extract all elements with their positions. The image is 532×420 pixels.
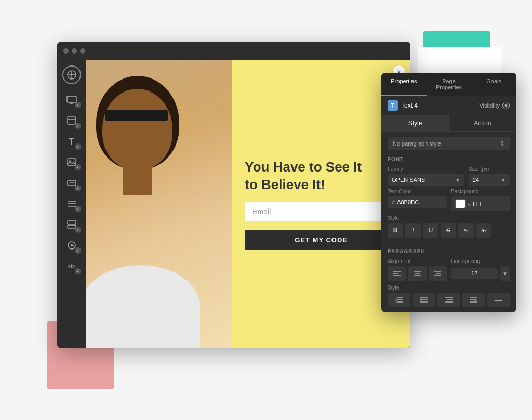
editor-window: + + T + + + + bbox=[57, 42, 410, 348]
badge-image: + bbox=[75, 164, 81, 170]
align-left-button[interactable] bbox=[388, 266, 406, 281]
visibility-button[interactable]: Visibility bbox=[479, 102, 510, 109]
eye-icon bbox=[502, 102, 510, 109]
editor-sidebar: + + T + + + + bbox=[57, 60, 86, 348]
text-color-hash: # bbox=[392, 199, 395, 205]
text-color-label: Text Color bbox=[388, 189, 447, 194]
paragraph-alignment-row: Alignment Line spacing 12 bbox=[388, 258, 510, 281]
alignment-label: Alignment bbox=[388, 258, 447, 264]
title-dot-1 bbox=[63, 48, 69, 54]
text-color-col: Text Color # A8B0BC bbox=[388, 189, 447, 211]
sidebar-item-layout[interactable]: + bbox=[61, 111, 82, 130]
email-input-display: Email bbox=[245, 202, 397, 221]
text-color-value: A8B0BC bbox=[397, 199, 419, 205]
title-dot-2 bbox=[72, 48, 77, 54]
tab-properties[interactable]: Properties bbox=[381, 73, 427, 96]
align-center-button[interactable] bbox=[408, 266, 426, 281]
indent-right-icon bbox=[470, 297, 477, 303]
font-family-size-row: Family OPEN SANS ▼ Size (px) 24 ▼ bbox=[388, 166, 510, 186]
badge-layout: + bbox=[75, 123, 81, 129]
font-family-arrow: ▼ bbox=[455, 177, 460, 183]
strikethrough-button[interactable]: S bbox=[441, 223, 456, 238]
para-unordered-button[interactable] bbox=[413, 293, 435, 307]
font-section-header: FONT bbox=[388, 156, 510, 162]
style-buttons-label: Style bbox=[388, 215, 510, 221]
svg-rect-6 bbox=[68, 117, 76, 124]
element-type-icon: T bbox=[388, 100, 398, 111]
font-family-value: OPEN SANS bbox=[392, 177, 425, 183]
font-size-label: Size (px) bbox=[469, 166, 510, 172]
font-family-select[interactable]: OPEN SANS ▼ bbox=[388, 174, 464, 186]
para-divider-button[interactable]: — bbox=[487, 293, 510, 307]
paragraph-style-text: No paragraph style bbox=[393, 140, 441, 147]
panel-divider bbox=[388, 243, 510, 243]
editor-body: + + T + + + + bbox=[57, 60, 410, 348]
svg-point-40 bbox=[420, 299, 422, 301]
badge-code: + bbox=[75, 268, 81, 274]
sidebar-item-video[interactable]: + bbox=[61, 236, 82, 255]
font-size-arrow: ▼ bbox=[501, 177, 506, 183]
para-indent-right-button[interactable] bbox=[462, 293, 485, 307]
tab-page-properties[interactable]: Page Properties bbox=[427, 73, 472, 96]
title-dot-3 bbox=[80, 48, 85, 54]
italic-button[interactable]: I bbox=[405, 223, 421, 238]
sidebar-item-code[interactable]: </> + bbox=[61, 257, 82, 275]
sidebar-item-text[interactable]: T + bbox=[61, 132, 82, 151]
email-placeholder: Email bbox=[252, 207, 271, 216]
ordered-list-icon: 1.2.3. bbox=[395, 297, 403, 303]
align-right-button[interactable] bbox=[429, 266, 447, 281]
alignment-col: Alignment bbox=[388, 258, 447, 281]
background-swatch bbox=[455, 199, 466, 208]
element-label: T Text 4 bbox=[388, 100, 418, 111]
badge-video: + bbox=[75, 247, 81, 254]
paragraph-style-dropdown[interactable]: No paragraph style ⇕ bbox=[388, 137, 510, 150]
element-header: T Text 4 Visibility bbox=[381, 96, 516, 115]
line-spacing-arrow[interactable]: ▼ bbox=[500, 266, 510, 281]
para-style-buttons-row: 1.2.3. — bbox=[388, 293, 510, 307]
svg-rect-8 bbox=[68, 159, 76, 166]
color-row: Text Color # A8B0BC Background # FFF bbox=[388, 189, 510, 211]
background-color-value: FFF bbox=[473, 201, 483, 207]
align-center-icon bbox=[414, 270, 421, 277]
tab-goals[interactable]: Goals bbox=[471, 73, 516, 96]
underline-button[interactable]: U bbox=[423, 223, 438, 238]
cta-label: GET MY CODE bbox=[295, 236, 348, 244]
divider-icon: — bbox=[495, 296, 502, 304]
align-right-icon bbox=[434, 270, 441, 277]
sidebar-logo[interactable] bbox=[62, 65, 81, 84]
badge-text: + bbox=[75, 143, 81, 150]
sub-tab-style[interactable]: Style bbox=[381, 115, 449, 131]
badge-monitor: + bbox=[75, 102, 81, 108]
background-color-input[interactable]: # FFF bbox=[451, 196, 510, 211]
svg-point-20 bbox=[505, 104, 508, 107]
panel-tabs: Properties Page Properties Goals bbox=[381, 73, 516, 96]
svg-marker-18 bbox=[71, 244, 74, 247]
landing-headline: You Have to See It to Believe It! bbox=[245, 159, 397, 194]
sidebar-item-image[interactable]: + bbox=[61, 153, 82, 172]
sidebar-item-list[interactable]: + bbox=[61, 194, 82, 213]
svg-point-39 bbox=[420, 297, 422, 299]
sidebar-item-section[interactable]: + bbox=[61, 215, 82, 234]
properties-panel: Properties Page Properties Goals T Text … bbox=[381, 73, 516, 312]
superscript-button[interactable]: a² bbox=[458, 223, 474, 238]
subscript-button[interactable]: a₂ bbox=[476, 223, 491, 238]
font-size-select[interactable]: 24 ▼ bbox=[469, 174, 510, 186]
line-spacing-input[interactable]: 12 bbox=[451, 268, 498, 279]
background-color-label: Background bbox=[451, 189, 510, 194]
canvas-area: You Have to See It to Believe It! Email … bbox=[86, 60, 410, 348]
svg-point-41 bbox=[420, 301, 422, 303]
alignment-buttons bbox=[388, 266, 447, 281]
svg-rect-3 bbox=[67, 96, 76, 102]
visibility-label: Visibility bbox=[479, 102, 500, 109]
panel-content: No paragraph style ⇕ FONT Family OPEN SA… bbox=[381, 132, 516, 312]
text-color-input[interactable]: # A8B0BC bbox=[388, 196, 447, 208]
sidebar-item-button[interactable]: + bbox=[61, 174, 82, 192]
badge-button: + bbox=[75, 185, 81, 191]
para-ordered-button[interactable]: 1.2.3. bbox=[388, 293, 410, 307]
bold-button[interactable]: B bbox=[388, 223, 403, 238]
para-indent-left-button[interactable] bbox=[437, 293, 460, 307]
sub-tab-action[interactable]: Action bbox=[449, 115, 516, 131]
sidebar-item-monitor[interactable]: + bbox=[61, 90, 82, 109]
svg-text:3.: 3. bbox=[395, 300, 397, 303]
align-left-icon bbox=[393, 270, 401, 277]
